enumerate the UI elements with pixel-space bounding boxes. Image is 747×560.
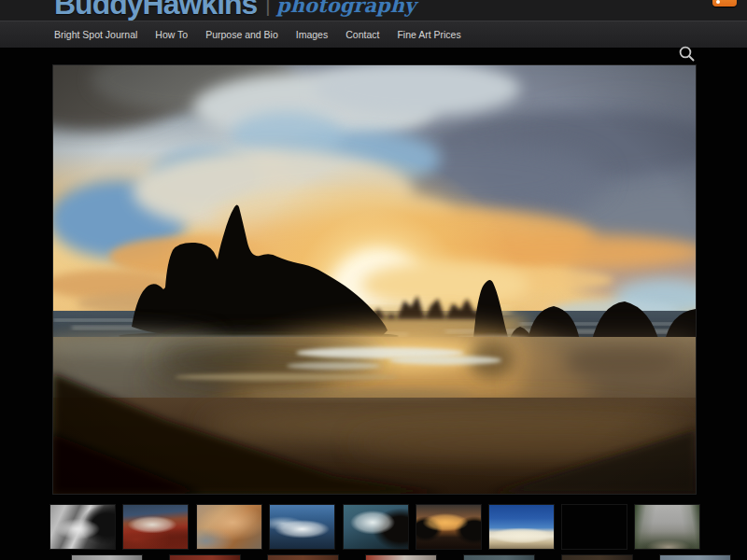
thumbnail-row2-dark-red-rocks[interactable] [170,555,240,560]
thumbnail-foggy-country-road[interactable] [635,505,699,549]
thumbnail-row2-blue-gray-seascape[interactable] [660,555,730,560]
thumbnail-moon-over-dark-water[interactable] [562,505,627,549]
thumbnail-blue-sky-ice-formations[interactable] [489,505,554,549]
logo-separator: | [265,0,271,15]
thumbnail-row2-gray-surf[interactable] [72,555,142,560]
nav-item-fine-art-prices[interactable]: Fine Art Prices [397,29,460,40]
header: BuddyHawkins | photography [0,0,747,21]
nav-item-contact[interactable]: Contact [345,29,379,40]
thumbnail-row2-brown-canyon[interactable] [268,555,338,560]
rss-icon[interactable] [712,0,737,7]
main-navigation: Bright Spot Journal How To Purpose and B… [0,21,747,49]
thumbnail-row2-teal-seascape[interactable] [464,555,534,560]
nav-item-bright-spot-journal[interactable]: Bright Spot Journal [54,29,137,40]
nav-item-purpose-and-bio[interactable]: Purpose and Bio [205,29,278,40]
thumbnail-red-rocks-crashing-wave[interactable] [123,505,188,549]
thumbnail-blue-ocean-breaking-wave[interactable] [270,505,334,549]
thumbnail-hazy-orange-cliff[interactable] [197,505,261,549]
photography-website-page: BuddyHawkins | photography Bright Spot J… [0,0,747,560]
site-logo[interactable]: BuddyHawkins [54,0,257,19]
nav-item-images[interactable]: Images [296,29,328,40]
nav-item-how-to[interactable]: How To [155,29,188,40]
thumbnail-black-and-white-storm-surf[interactable] [50,505,115,549]
nav-items: Bright Spot Journal How To Purpose and B… [54,21,461,48]
hero-photo-sunset-sea-stacks[interactable] [52,64,697,495]
site-tagline: photography [276,0,416,16]
thumbnail-sunset-beach-silhouettes[interactable] [416,505,481,549]
search-icon[interactable] [677,44,698,64]
thumbnail-teal-wave-on-dark-rock[interactable] [344,505,408,549]
thumbnail-row2-dark-landscape[interactable] [562,555,632,560]
thumbnail-row2-red-and-white-surf[interactable] [366,555,436,560]
